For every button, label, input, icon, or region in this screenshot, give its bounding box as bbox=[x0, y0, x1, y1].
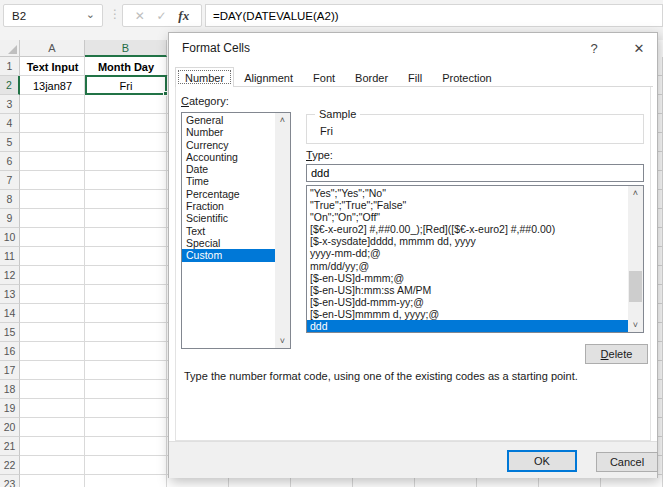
tab-alignment[interactable]: Alignment bbox=[234, 69, 303, 86]
scroll-up-icon[interactable]: ˄ bbox=[628, 186, 643, 200]
tab-font[interactable]: Font bbox=[303, 69, 345, 86]
category-item-number[interactable]: Number bbox=[182, 126, 275, 138]
row-header-19[interactable]: 19 bbox=[0, 399, 20, 418]
row-header-3[interactable]: 3 bbox=[0, 95, 20, 114]
format-code-item[interactable]: yyyy-mm-dd;@ bbox=[307, 247, 628, 259]
row-header-15[interactable]: 15 bbox=[0, 323, 20, 342]
format-cells-dialog: Format Cells ? ✕ NumberAlignmentFontBord… bbox=[168, 32, 658, 478]
dialog-footer bbox=[169, 441, 657, 478]
format-code-item[interactable]: [$-en-US]h:mm:ss AM/PM bbox=[307, 284, 628, 296]
formula-bar-input[interactable]: =DAY(DATEVALUE(A2)) bbox=[205, 4, 663, 27]
row-header-5[interactable]: 5 bbox=[0, 133, 20, 152]
formula-buttons: ✕ ✓ fx bbox=[122, 4, 202, 27]
select-all-corner[interactable] bbox=[0, 40, 20, 57]
row-header-2[interactable]: 2 bbox=[0, 76, 20, 95]
format-codes-scrollbar[interactable]: ˄ ˅ bbox=[628, 186, 643, 332]
category-item-date[interactable]: Date bbox=[182, 163, 275, 175]
active-cell-border bbox=[85, 75, 167, 95]
format-code-item[interactable]: [$€-x-euro2] #,##0.00_);[Red]([$€-x-euro… bbox=[307, 223, 628, 235]
category-listbox[interactable]: GeneralNumberCurrencyAccountingDateTimeP… bbox=[181, 112, 291, 349]
ok-button[interactable]: OK bbox=[507, 450, 577, 472]
row-header-4[interactable]: 4 bbox=[0, 114, 20, 133]
row-header-14[interactable]: 14 bbox=[0, 304, 20, 323]
row-header-column: 1234567891011121314151617181920212223 bbox=[0, 57, 20, 487]
tab-fill[interactable]: Fill bbox=[398, 69, 432, 86]
name-box[interactable]: B2 ⌄ bbox=[3, 4, 103, 27]
category-item-scientific[interactable]: Scientific bbox=[182, 212, 275, 224]
row-header-21[interactable]: 21 bbox=[0, 437, 20, 456]
category-item-custom[interactable]: Custom bbox=[182, 249, 275, 261]
excel-window: B2 ⌄ ⋮ ✕ ✓ fx =DAY(DATEVALUE(A2)) A B 12… bbox=[0, 0, 663, 487]
row-header-11[interactable]: 11 bbox=[0, 247, 20, 266]
tab-number[interactable]: Number bbox=[175, 67, 234, 87]
category-scrollbar[interactable]: ˄ ˅ bbox=[275, 113, 290, 348]
row-header-23[interactable]: 23 bbox=[0, 475, 20, 487]
format-code-item[interactable]: ddd bbox=[307, 320, 628, 332]
row-header-8[interactable]: 8 bbox=[0, 190, 20, 209]
type-input-value: ddd bbox=[311, 167, 329, 179]
dialog-tabs: NumberAlignmentFontBorderFillProtection bbox=[175, 69, 653, 87]
format-code-item[interactable]: [$-en-US]d-mmm;@ bbox=[307, 272, 628, 284]
row-header-9[interactable]: 9 bbox=[0, 209, 20, 228]
column-header-b[interactable]: B bbox=[85, 40, 167, 57]
scroll-up-icon[interactable]: ˄ bbox=[275, 113, 290, 127]
category-item-accounting[interactable]: Accounting bbox=[182, 151, 275, 163]
delete-button[interactable]: Delete bbox=[585, 344, 648, 364]
type-label: Type: bbox=[306, 149, 333, 161]
category-item-text[interactable]: Text bbox=[182, 225, 275, 237]
scroll-down-icon[interactable]: ˅ bbox=[275, 334, 290, 348]
format-code-item[interactable]: mm/dd/yy;@ bbox=[307, 260, 628, 272]
cell-b1[interactable]: Month Day bbox=[85, 57, 167, 76]
cancel-button[interactable]: Cancel bbox=[596, 452, 658, 472]
row-header-12[interactable]: 12 bbox=[0, 266, 20, 285]
type-input[interactable]: ddd bbox=[306, 164, 644, 182]
more-options-icon[interactable]: ⋮ bbox=[109, 7, 121, 21]
sample-label: Sample bbox=[315, 108, 360, 120]
format-code-item[interactable]: "Yes";"Yes";"No" bbox=[307, 187, 628, 199]
category-item-time[interactable]: Time bbox=[182, 175, 275, 187]
chevron-down-icon[interactable]: ⌄ bbox=[86, 8, 95, 21]
formula-text: =DAY(DATEVALUE(A2)) bbox=[213, 10, 339, 22]
insert-function-icon[interactable]: fx bbox=[178, 8, 189, 24]
format-code-item[interactable]: [$-x-sysdate]dddd, mmmm dd, yyyy bbox=[307, 235, 628, 247]
row-header-13[interactable]: 13 bbox=[0, 285, 20, 304]
category-label: Category: bbox=[181, 95, 229, 107]
category-item-currency[interactable]: Currency bbox=[182, 139, 275, 151]
cell-a2[interactable]: 13jan87 bbox=[20, 76, 85, 95]
category-item-special[interactable]: Special bbox=[182, 237, 275, 249]
name-box-value: B2 bbox=[12, 10, 26, 22]
row-header-22[interactable]: 22 bbox=[0, 456, 20, 475]
row-header-10[interactable]: 10 bbox=[0, 228, 20, 247]
select-all-triangle-icon bbox=[8, 45, 17, 54]
row-header-20[interactable]: 20 bbox=[0, 418, 20, 437]
scroll-down-icon[interactable]: ˅ bbox=[628, 318, 643, 332]
row-header-6[interactable]: 6 bbox=[0, 152, 20, 171]
delete-button-label: Delete bbox=[601, 348, 633, 360]
format-code-item[interactable]: "On";"On";"Off" bbox=[307, 211, 628, 223]
row-header-16[interactable]: 16 bbox=[0, 342, 20, 361]
confirm-entry-icon[interactable]: ✓ bbox=[157, 9, 167, 23]
column-header-a[interactable]: A bbox=[20, 40, 85, 57]
column-b-grid[interactable] bbox=[85, 57, 167, 487]
row-header-1[interactable]: 1 bbox=[0, 57, 20, 76]
dialog-help-text: Type the number format code, using one o… bbox=[184, 370, 646, 382]
format-codes-listbox[interactable]: "Yes";"Yes";"No""True";"True";"False""On… bbox=[306, 185, 644, 333]
row-header-18[interactable]: 18 bbox=[0, 380, 20, 399]
category-item-general[interactable]: General bbox=[182, 114, 275, 126]
column-a-grid[interactable] bbox=[20, 57, 85, 487]
category-item-fraction[interactable]: Fraction bbox=[182, 200, 275, 212]
tab-border[interactable]: Border bbox=[345, 69, 398, 86]
dialog-title: Format Cells bbox=[182, 41, 250, 55]
help-icon[interactable]: ? bbox=[583, 38, 605, 58]
format-code-item[interactable]: "True";"True";"False" bbox=[307, 199, 628, 211]
category-item-percentage[interactable]: Percentage bbox=[182, 188, 275, 200]
close-icon[interactable]: ✕ bbox=[627, 38, 651, 58]
row-header-17[interactable]: 17 bbox=[0, 361, 20, 380]
cell-a1[interactable]: Text Input bbox=[20, 57, 85, 76]
row-header-7[interactable]: 7 bbox=[0, 171, 20, 190]
scrollbar-thumb[interactable] bbox=[629, 271, 642, 302]
format-code-item[interactable]: [$-en-US]mmmm d, yyyy;@ bbox=[307, 308, 628, 320]
format-code-item[interactable]: [$-en-US]dd-mmm-yy;@ bbox=[307, 296, 628, 308]
cancel-entry-icon[interactable]: ✕ bbox=[135, 9, 145, 23]
tab-protection[interactable]: Protection bbox=[432, 69, 502, 86]
